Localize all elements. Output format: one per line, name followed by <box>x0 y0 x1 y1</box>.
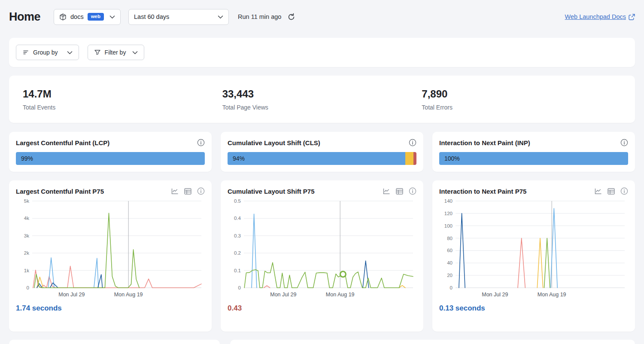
svg-text:2k: 2k <box>24 250 29 256</box>
chart-card-lcp-p75: Largest Contentful Paint P75 01k2k3k4k5k… <box>9 180 212 332</box>
stat-total-events: 14.7M Total Events <box>23 88 222 111</box>
svg-text:Mon Jul 29: Mon Jul 29 <box>58 292 85 298</box>
filter-panel: Group by Filter by <box>9 38 635 67</box>
group-by-label: Group by <box>33 49 58 56</box>
svg-text:1k: 1k <box>24 268 29 273</box>
svg-text:0.1: 0.1 <box>234 268 241 273</box>
chevron-down-icon <box>67 51 73 55</box>
table-icon[interactable] <box>184 188 191 195</box>
svg-text:Mon Jul 29: Mon Jul 29 <box>270 292 296 298</box>
vital-title: Interaction to Next Paint (INP) <box>439 139 530 146</box>
stat-label: Total Page Views <box>222 104 422 111</box>
vital-score-bar: 94% <box>228 152 416 165</box>
chart-card-inp-p75: Interaction to Next Paint P75 0204060801… <box>432 180 635 332</box>
page-title: Home <box>9 10 40 24</box>
svg-text:80: 80 <box>447 236 453 241</box>
vital-card-inp: Interaction to Next Paint (INP) 100% <box>432 132 635 172</box>
stat-label: Total Errors <box>422 104 621 111</box>
svg-text:0: 0 <box>238 285 241 290</box>
line-chart-icon[interactable] <box>171 188 179 195</box>
line-chart-icon[interactable] <box>595 188 602 195</box>
info-icon[interactable] <box>409 139 416 146</box>
vital-score-bar: 100% <box>439 152 628 165</box>
cls-p75-chart[interactable]: 00.10.20.30.40.5Mon Jul 29Mon Aug 19 <box>228 197 416 300</box>
group-by-button[interactable]: Group by <box>16 45 79 60</box>
svg-text:0.3: 0.3 <box>234 233 241 238</box>
partial-card <box>230 340 635 344</box>
vital-score-bar: 99% <box>16 152 205 165</box>
svg-text:0.5: 0.5 <box>234 198 241 204</box>
filter-by-label: Filter by <box>105 49 126 56</box>
svg-text:0: 0 <box>450 285 453 290</box>
web-vitals-row: Largest Contentful Paint (LCP) 99% Cumul… <box>9 132 635 172</box>
package-icon <box>59 13 67 21</box>
svg-text:5k: 5k <box>24 198 29 204</box>
next-row-partial <box>9 340 635 344</box>
svg-text:140: 140 <box>444 198 453 204</box>
chart-title: Largest Contentful Paint P75 <box>16 188 104 195</box>
project-selector[interactable]: docs web <box>54 9 121 25</box>
line-chart-icon[interactable] <box>383 188 390 195</box>
refresh-icon <box>287 13 295 21</box>
info-icon[interactable] <box>409 187 416 195</box>
stat-value: 14.7M <box>23 88 222 100</box>
svg-text:120: 120 <box>444 211 453 216</box>
svg-text:20: 20 <box>447 273 453 278</box>
dashboard-page: Home docs web Last 60 days Run 11 min ag… <box>0 0 644 344</box>
chart-footer-value: 0.43 <box>228 304 416 313</box>
stats-summary-card: 14.7M Total Events 33,443 Total Page Vie… <box>9 76 635 123</box>
date-range-selector[interactable]: Last 60 days <box>128 9 229 25</box>
last-run-status: Run 11 min ago <box>238 13 281 20</box>
stat-value: 7,890 <box>422 88 621 100</box>
chart-title: Cumulative Layout Shift P75 <box>228 188 315 195</box>
stat-value: 33,443 <box>222 88 422 100</box>
stat-total-page-views: 33,443 Total Page Views <box>222 88 422 111</box>
web-launchpad-docs-link[interactable]: Web Launchpad Docs <box>565 13 635 20</box>
stat-label: Total Events <box>23 104 222 111</box>
vital-score-label: 99% <box>21 155 33 162</box>
project-name: docs <box>70 13 84 20</box>
vital-card-lcp: Largest Contentful Paint (LCP) 99% <box>9 132 212 172</box>
svg-text:4k: 4k <box>24 216 29 221</box>
refresh-button[interactable] <box>287 13 295 21</box>
svg-text:100: 100 <box>444 223 453 228</box>
info-icon[interactable] <box>620 187 628 195</box>
vital-card-cls: Cumulative Layout Shift (CLS) 94% <box>221 132 423 172</box>
svg-text:3k: 3k <box>24 233 29 238</box>
top-bar: Home docs web Last 60 days Run 11 min ag… <box>9 0 635 25</box>
chart-title: Interaction to Next Paint P75 <box>439 188 526 195</box>
svg-text:60: 60 <box>447 248 453 253</box>
info-icon[interactable] <box>620 139 628 146</box>
p75-charts-row: Largest Contentful Paint P75 01k2k3k4k5k… <box>9 180 635 332</box>
docs-link-label: Web Launchpad Docs <box>565 13 626 20</box>
info-icon[interactable] <box>197 139 205 146</box>
platform-badge: web <box>88 13 104 21</box>
lcp-p75-chart[interactable]: 01k2k3k4k5kMon Jul 29Mon Aug 19 <box>16 197 205 300</box>
funnel-icon <box>94 49 101 56</box>
info-icon[interactable] <box>197 187 205 195</box>
date-range-value: Last 60 days <box>134 13 169 20</box>
chart-footer-value: 1.74 seconds <box>16 304 205 313</box>
external-link-icon <box>629 14 635 20</box>
svg-text:Mon Aug 19: Mon Aug 19 <box>538 292 566 298</box>
chevron-down-icon <box>218 15 223 19</box>
inp-p75-chart[interactable]: 020406080100120140Mon Jul 29Mon Aug 19 <box>439 197 628 300</box>
chart-card-cls-p75: Cumulative Layout Shift P75 00.10.20.30.… <box>221 180 423 332</box>
svg-text:Mon Aug 19: Mon Aug 19 <box>326 292 355 298</box>
svg-text:0.4: 0.4 <box>234 216 241 221</box>
table-icon[interactable] <box>608 188 615 195</box>
chevron-down-icon <box>109 15 115 19</box>
vital-title: Largest Contentful Paint (LCP) <box>16 139 109 146</box>
svg-text:Mon Jul 29: Mon Jul 29 <box>482 292 508 298</box>
vital-score-label: 100% <box>444 155 460 162</box>
table-icon[interactable] <box>396 188 403 195</box>
filter-by-button[interactable]: Filter by <box>88 45 145 60</box>
vital-title: Cumulative Layout Shift (CLS) <box>228 139 320 146</box>
chart-footer-value: 0.13 seconds <box>439 304 628 313</box>
sort-lines-icon <box>22 49 29 56</box>
svg-text:0.2: 0.2 <box>234 250 241 256</box>
vital-score-label: 94% <box>233 155 245 162</box>
svg-text:0: 0 <box>27 285 29 290</box>
stat-total-errors: 7,890 Total Errors <box>422 88 621 111</box>
svg-text:40: 40 <box>447 260 453 265</box>
